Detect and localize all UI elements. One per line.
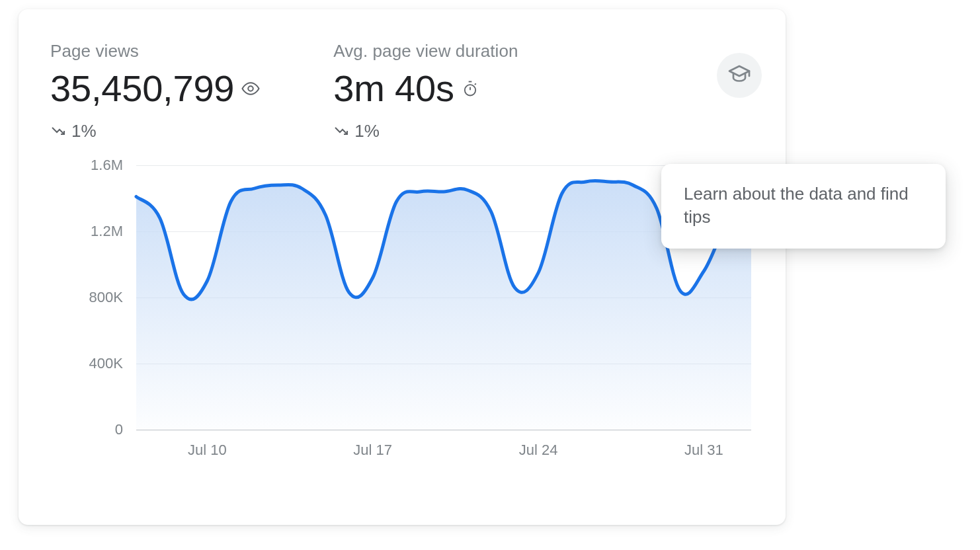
trend-pct: 1% — [71, 121, 97, 141]
trend-row: 1% — [50, 121, 261, 141]
chart-area: 0400K800K1.2M1.6M Jul 10Jul 17Jul 24Jul … — [50, 165, 754, 496]
y-tick-label: 1.2M — [50, 223, 123, 240]
y-axis-labels: 0400K800K1.2M1.6M — [50, 165, 123, 430]
x-tick-label: Jul 17 — [353, 442, 392, 459]
y-tick-label: 1.6M — [50, 157, 123, 174]
stopwatch-icon — [461, 79, 479, 98]
metric-value-row: 3m 40s — [333, 68, 518, 109]
y-tick-label: 800K — [50, 289, 123, 306]
metric-value: 3m 40s — [333, 68, 454, 109]
metric-value-row: 35,450,799 — [50, 68, 261, 109]
eye-icon — [241, 79, 261, 98]
chart-series — [136, 165, 751, 430]
trend-down-icon — [333, 123, 349, 139]
metric-label: Avg. page view duration — [333, 41, 518, 61]
x-axis-labels: Jul 10Jul 17Jul 24Jul 31 — [136, 442, 751, 468]
education-icon — [727, 62, 751, 89]
metric-avg-duration[interactable]: Avg. page view duration 3m 40s — [333, 41, 518, 141]
trend-pct: 1% — [354, 121, 380, 141]
x-tick-label: Jul 10 — [188, 442, 227, 459]
metric-page-views[interactable]: Page views 35,450,799 1% — [50, 41, 261, 141]
metric-label: Page views — [50, 41, 261, 61]
chart-gridline — [136, 430, 751, 430]
trend-down-icon — [50, 123, 66, 139]
metric-value: 35,450,799 — [50, 68, 234, 109]
help-tooltip: Learn about the data and find tips — [661, 164, 946, 249]
x-tick-label: Jul 31 — [684, 442, 723, 459]
metrics-row: Page views 35,450,799 1% — [50, 41, 754, 141]
help-tooltip-text: Learn about the data and find tips — [684, 184, 909, 227]
y-tick-label: 0 — [50, 421, 123, 438]
x-tick-label: Jul 24 — [519, 442, 558, 459]
analytics-card: Page views 35,450,799 1% — [19, 9, 786, 525]
chart-plot[interactable] — [136, 165, 751, 430]
svg-point-0 — [249, 86, 254, 91]
trend-row: 1% — [333, 121, 518, 141]
y-tick-label: 400K — [50, 355, 123, 372]
learn-tips-button[interactable] — [717, 53, 762, 98]
